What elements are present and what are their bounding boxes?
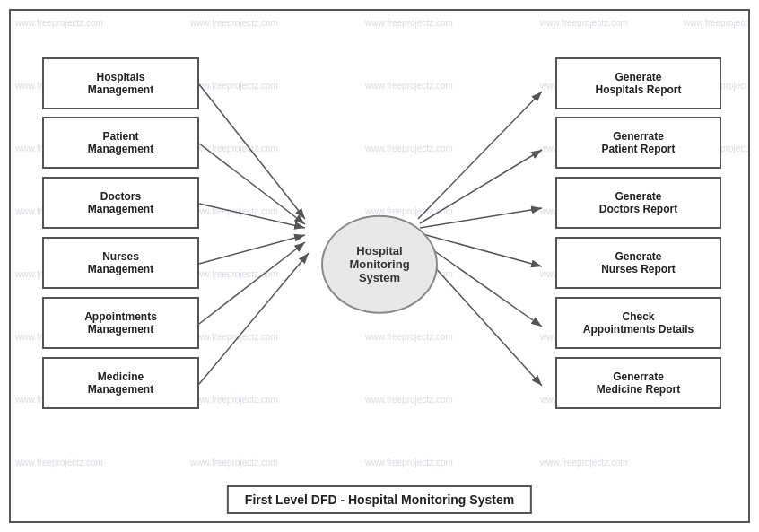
svg-line-2 bbox=[199, 144, 305, 224]
svg-line-10 bbox=[420, 233, 542, 266]
svg-line-7 bbox=[418, 92, 542, 219]
watermark: www.freeprojectz.com bbox=[365, 458, 453, 467]
svg-line-8 bbox=[420, 150, 542, 223]
caption-text: First Level DFD - Hospital Monitoring Sy… bbox=[245, 493, 514, 507]
box-label: Generate Hospitals Report bbox=[595, 71, 681, 96]
watermark: www.freeprojectz.com bbox=[190, 332, 278, 342]
box-generate-medicine-report: Generrate Medicine Report bbox=[555, 357, 721, 409]
svg-line-5 bbox=[199, 242, 305, 324]
watermark: www.freeprojectz.com bbox=[190, 269, 278, 279]
watermark: www.freeprojectz.com bbox=[190, 81, 278, 91]
box-patient-management: Patient Management bbox=[42, 117, 199, 169]
box-label: Medicine Management bbox=[88, 371, 153, 396]
svg-line-3 bbox=[199, 204, 305, 228]
svg-line-11 bbox=[418, 240, 542, 327]
box-generate-nurses-report: Generate Nurses Report bbox=[555, 237, 721, 289]
box-label: Generrate Medicine Report bbox=[597, 371, 680, 396]
box-label: Check Appointments Details bbox=[583, 310, 694, 336]
watermark: www.freeprojectz.com bbox=[190, 18, 278, 28]
box-hospitals-management: Hospitals Management bbox=[42, 57, 199, 109]
box-check-appointments-details: Check Appointments Details bbox=[555, 297, 721, 349]
svg-line-6 bbox=[199, 253, 309, 384]
watermark: www.freeprojectz.com bbox=[365, 395, 453, 405]
box-label: Appointments Management bbox=[84, 310, 157, 336]
svg-line-9 bbox=[420, 208, 542, 228]
watermark: www.freeprojectz.com bbox=[190, 206, 278, 216]
box-label: Generate Doctors Report bbox=[599, 190, 677, 215]
watermark: www.freeprojectz.com bbox=[365, 81, 453, 91]
diagram-inner: www.freeprojectz.com www.freeprojectz.co… bbox=[11, 11, 748, 521]
watermark: www.freeprojectz.com bbox=[190, 144, 278, 153]
box-doctors-management: Doctors Management bbox=[42, 177, 199, 229]
watermark: www.freeprojectz.com bbox=[540, 458, 628, 467]
box-label: Patient Management bbox=[88, 130, 153, 155]
watermark: www.freeprojectz.com bbox=[190, 458, 278, 467]
watermark: www.freeprojectz.com bbox=[15, 18, 103, 28]
box-label: Hospitals Management bbox=[88, 71, 153, 96]
center-label: Hospital Monitoring System bbox=[349, 244, 409, 284]
box-appointments-management: Appointments Management bbox=[42, 297, 199, 349]
watermark: www.freeprojectz.com bbox=[15, 458, 103, 467]
center-ellipse: Hospital Monitoring System bbox=[321, 214, 438, 313]
box-label: Generrate Patient Report bbox=[601, 130, 675, 155]
watermark: www.freeprojectz.com bbox=[684, 18, 748, 28]
box-generate-doctors-report: Generate Doctors Report bbox=[555, 177, 721, 229]
box-label: Generate Nurses Report bbox=[601, 250, 676, 275]
svg-line-4 bbox=[199, 235, 305, 264]
box-label: Doctors Management bbox=[88, 190, 153, 215]
diagram-container: www.freeprojectz.com www.freeprojectz.co… bbox=[9, 9, 750, 523]
svg-line-1 bbox=[199, 84, 305, 219]
box-generate-patient-report: Generrate Patient Report bbox=[555, 117, 721, 169]
box-nurses-management: Nurses Management bbox=[42, 237, 199, 289]
diagram-caption: First Level DFD - Hospital Monitoring Sy… bbox=[227, 485, 532, 514]
watermark: www.freeprojectz.com bbox=[365, 144, 453, 153]
box-generate-hospitals-report: Generate Hospitals Report bbox=[555, 57, 721, 109]
watermark: www.freeprojectz.com bbox=[540, 18, 628, 28]
watermark: www.freeprojectz.com bbox=[365, 18, 453, 28]
box-medicine-management: Medicine Management bbox=[42, 357, 199, 409]
watermark: www.freeprojectz.com bbox=[365, 332, 453, 342]
box-label: Nurses Management bbox=[88, 250, 153, 275]
watermark: www.freeprojectz.com bbox=[190, 395, 278, 405]
